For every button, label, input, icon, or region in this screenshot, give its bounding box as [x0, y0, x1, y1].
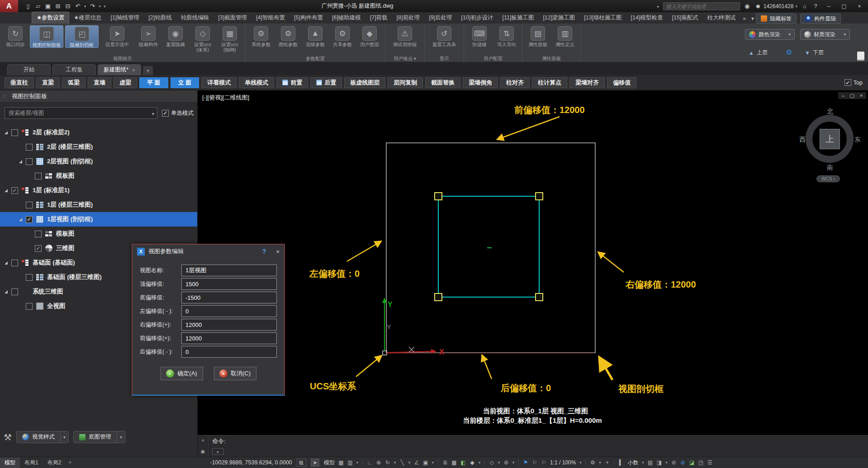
caret-icon[interactable]	[5, 131, 8, 134]
tab-postprocess[interactable]: [9]后处理	[424, 12, 456, 24]
annotation-scale-value[interactable]: 1:1 / 100%	[550, 459, 576, 466]
dialog-close-icon[interactable]: ×	[276, 248, 280, 255]
tree-item-floor2-3d[interactable]: 2层 (楼层三维图)	[0, 140, 197, 154]
arc-beam-button[interactable]: 弧梁	[62, 77, 85, 88]
close-tab-icon[interactable]: ×	[132, 67, 135, 73]
tab-beam-drawing[interactable]: [12]梁施工图	[538, 12, 579, 24]
tab-column-detail-test[interactable]: 柱大样测试	[703, 12, 740, 24]
tab-smart-layout[interactable]: [4]智能布置	[251, 12, 289, 24]
back-offset-input[interactable]: 0	[181, 346, 277, 358]
checkbox[interactable]	[26, 216, 33, 223]
save-icon[interactable]: ▣	[44, 3, 52, 9]
dyn-caret-icon[interactable]: ▾	[430, 460, 436, 465]
tab-axis-manage[interactable]: [1]轴线管理	[106, 12, 144, 24]
redo-icon[interactable]: ↷	[89, 3, 96, 9]
dialog-help-icon[interactable]: ?	[262, 248, 266, 255]
maximize-button[interactable]: ▢	[838, 1, 850, 11]
workspace-gear-icon[interactable]: ⚙	[588, 459, 597, 466]
set-ucs-grid-button[interactable]: ▦设置ucs(轴网)	[217, 25, 242, 52]
isometric-caret-icon[interactable]: ▾	[392, 460, 398, 465]
tree-item-template1[interactable]: 模板图	[0, 227, 197, 241]
checkbox[interactable]	[26, 202, 33, 208]
top-offset-input[interactable]: 1500	[181, 278, 277, 290]
top-view-toggle[interactable]: Top	[844, 79, 863, 86]
hide-section-box-button[interactable]: ◰隐藏剖切框	[65, 25, 99, 48]
new-layout-button[interactable]: +	[66, 458, 74, 467]
column-calc-point-button[interactable]: 柱计算点	[532, 77, 567, 88]
app-menu-button[interactable]: A	[0, 0, 18, 12]
detail-mode-button[interactable]: 详看模式	[201, 77, 237, 88]
checkbox[interactable]	[35, 173, 42, 180]
visual-style-caret-icon[interactable]: ▾	[60, 431, 68, 443]
help-search-input[interactable]	[663, 2, 740, 10]
doc-tab-project-set[interactable]: 工程集	[52, 64, 96, 75]
combo-caret-icon[interactable]: ▾	[152, 111, 154, 116]
wcs-selector[interactable]: WCS ▾	[816, 175, 840, 182]
virtual-beam-button[interactable]: 虚梁	[114, 77, 137, 88]
beam-wall-align-button[interactable]: 梁墙对齐	[569, 77, 605, 88]
undo-caret-icon[interactable]: ▾	[84, 4, 86, 9]
bottom-offset-input[interactable]: -1500	[181, 292, 277, 303]
straight-beam-button[interactable]: 直梁	[36, 77, 60, 88]
checkbox[interactable]	[35, 245, 42, 252]
tab-param-settings[interactable]: ★参数设置	[32, 12, 69, 24]
send-back-button[interactable]: 后置	[310, 77, 342, 88]
new-tab-button[interactable]: +	[143, 66, 153, 75]
object-snap-tracking-icon[interactable]: ╲	[398, 459, 407, 466]
shortcuts-button[interactable]: ⌨快捷键	[467, 25, 492, 47]
tree-item-floor1-3d[interactable]: 1层 (楼层三维图)	[0, 198, 197, 212]
tab-section-manage[interactable]: [3]截面管理	[213, 12, 251, 24]
set-ucs-system-button[interactable]: ◇设置ucs(体系)	[190, 25, 215, 52]
tree-item-floor2-view[interactable]: 2层视图 (剖切框)	[0, 154, 197, 169]
scale-caret-icon[interactable]: ▾	[578, 460, 583, 465]
view-cube-compass[interactable]: 北 东 南 西 上 WCS ▾	[799, 109, 860, 188]
view-control-panel-button[interactable]: ◫视图控制面板	[30, 25, 63, 48]
model-space-toggle[interactable]: 模型	[324, 459, 335, 467]
tab-preliminary-design[interactable]: [10]初步设计	[457, 12, 498, 24]
viewport-minimize-icon[interactable]: –	[840, 93, 847, 99]
close-button[interactable]: ×	[854, 1, 865, 11]
search-input[interactable]	[5, 107, 157, 119]
import-export-button[interactable]: ⇅导入导出	[494, 25, 519, 47]
color-render-button[interactable]: 颜色渲染 ▾	[745, 29, 795, 40]
ortho-mode-icon[interactable]: ∟	[365, 459, 374, 466]
gizmo-caret-icon[interactable]: ▾	[511, 460, 516, 465]
tools-icon[interactable]: ⚒	[4, 432, 12, 443]
ok-button[interactable]: ✓确定(A)	[161, 367, 203, 380]
floor-view-search-combo[interactable]: ▾	[5, 107, 157, 119]
straight-wall-button[interactable]: 直墙	[88, 77, 111, 88]
property-panel-button[interactable]: ▤属性面板	[525, 25, 550, 47]
component-visibility-button[interactable]: 构件显隐	[800, 14, 841, 24]
single-line-mode-button[interactable]: 单线模式	[239, 77, 274, 88]
workspace-caret-icon[interactable]: ▾	[597, 460, 602, 465]
clean-screen-icon[interactable]: ◳	[696, 459, 705, 466]
open-file-icon[interactable]: ▱	[34, 3, 42, 9]
caret-icon[interactable]	[5, 261, 8, 265]
angle-snap-icon[interactable]: ∠	[412, 459, 421, 466]
command-prompt[interactable]: 命令:	[212, 437, 864, 445]
beam-wall-chamfer-button[interactable]: 梁墙倒角	[463, 77, 498, 88]
system-params-button[interactable]: ⚙系统参数	[248, 25, 274, 47]
layout-tab-layout1[interactable]: 布局1	[20, 458, 43, 468]
elevation-view-button[interactable]: 立 面	[171, 77, 199, 88]
tab-outline-edit[interactable]: 轮廓线编辑	[176, 12, 214, 24]
units-ruler-icon[interactable]: ▍	[617, 459, 626, 466]
level-params-button[interactable]: ▲层级参数	[303, 25, 328, 47]
cancel-button[interactable]: ✕取消(C)	[214, 367, 256, 380]
3d-osnap-caret-icon[interactable]: ▾	[477, 460, 482, 465]
tab-slab-drawing[interactable]: [11]板施工图	[498, 12, 538, 24]
dynamic-input-icon[interactable]: ▣	[421, 459, 430, 466]
shared-params-button[interactable]: ⚙共享参数	[330, 25, 355, 47]
checkbox[interactable]	[26, 274, 33, 281]
top-checkbox[interactable]	[844, 79, 851, 86]
tab-prefab[interactable]: [15]装配式	[667, 12, 702, 24]
slab-mode-button[interactable]: 板	[297, 459, 306, 467]
hide-labels-button[interactable]: 隐藏标签	[756, 14, 797, 24]
checkbox[interactable]	[11, 187, 18, 194]
grid-display-icon[interactable]: ▦	[337, 459, 346, 466]
tree-item-floor2[interactable]: 2层 (标准层2)	[0, 125, 197, 140]
snap-grid-icon[interactable]: ▥	[346, 459, 355, 466]
tab-outline[interactable]: [2]轮廓线	[144, 12, 176, 24]
trusted-autodesk-icon[interactable]: ◪	[687, 459, 696, 466]
compass-top-face[interactable]: 上	[820, 129, 840, 149]
